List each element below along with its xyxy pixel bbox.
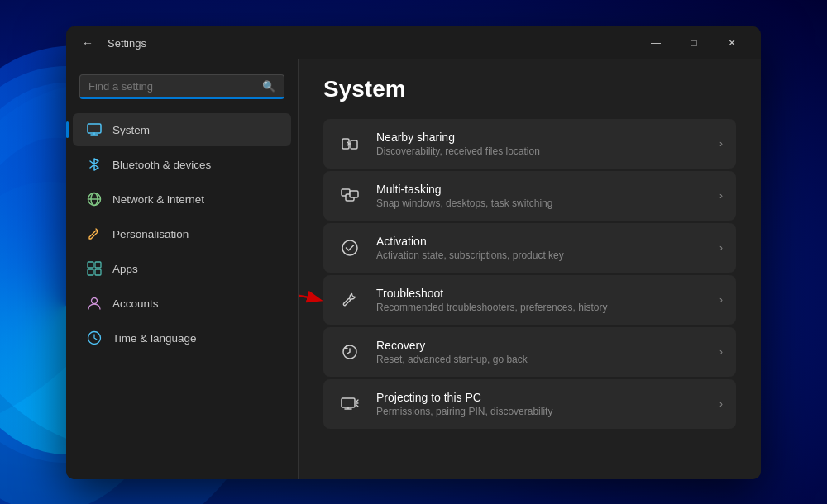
accounts-icon	[86, 295, 103, 311]
activation-icon	[337, 235, 363, 261]
sidebar-item-accounts[interactable]: Accounts	[73, 287, 291, 320]
sidebar-item-system[interactable]: System	[73, 113, 291, 146]
svg-point-17	[342, 240, 357, 255]
activation-desc: Activation state, subscriptions, product…	[376, 250, 706, 261]
nearby-sharing-chevron: ›	[719, 138, 723, 150]
svg-rect-8	[88, 269, 93, 275]
personalisation-icon	[86, 226, 103, 242]
sidebar-item-apps[interactable]: Apps	[73, 252, 291, 285]
sidebar-item-time[interactable]: Time & language	[73, 321, 291, 354]
projecting-icon	[337, 391, 363, 417]
troubleshoot-desc: Recommended troubleshooters, preferences…	[376, 302, 706, 313]
multitasking-title: Multi-tasking	[376, 183, 706, 196]
close-button[interactable]: ✕	[713, 30, 751, 56]
multitasking-chevron: ›	[719, 190, 723, 202]
svg-rect-7	[95, 262, 101, 268]
settings-item-activation[interactable]: Activation Activation state, subscriptio…	[323, 223, 736, 273]
minimize-button[interactable]: —	[637, 30, 675, 56]
activation-chevron: ›	[719, 242, 723, 254]
projecting-chevron: ›	[719, 398, 723, 410]
search-icon: 🔍	[262, 80, 275, 93]
network-icon	[86, 191, 103, 207]
sidebar: 🔍 System Bluetooth	[66, 59, 298, 479]
sidebar-item-network[interactable]: Network & internet	[73, 183, 291, 216]
sidebar-label-bluetooth: Bluetooth & devices	[112, 159, 211, 171]
sidebar-label-system: System	[112, 124, 150, 136]
recovery-text: Recovery Reset, advanced start-up, go ba…	[376, 339, 706, 365]
title-bar-left: ← Settings	[76, 31, 146, 55]
title-bar-controls: — □ ✕	[637, 30, 751, 56]
svg-rect-13	[351, 140, 357, 149]
sidebar-label-time: Time & language	[112, 332, 197, 345]
svg-rect-16	[350, 191, 358, 197]
multitasking-icon	[337, 183, 363, 209]
troubleshoot-icon	[337, 287, 363, 313]
recovery-chevron: ›	[719, 346, 723, 358]
svg-rect-3	[88, 124, 101, 133]
recovery-desc: Reset, advanced start-up, go back	[376, 354, 706, 365]
activation-text: Activation Activation state, subscriptio…	[376, 235, 706, 261]
multitasking-desc: Snap windows, desktops, task switching	[376, 197, 706, 209]
time-icon	[86, 330, 103, 346]
title-bar: ← Settings — □ ✕	[66, 26, 761, 59]
svg-point-10	[92, 298, 98, 304]
svg-rect-12	[342, 139, 349, 149]
settings-item-troubleshoot[interactable]: Troubleshoot Recommended troubleshooters…	[323, 275, 736, 325]
apps-icon	[86, 260, 103, 277]
back-button[interactable]: ←	[76, 31, 99, 55]
sidebar-label-personalisation: Personalisation	[112, 228, 189, 240]
projecting-desc: Permissions, pairing PIN, discoverabilit…	[376, 406, 706, 417]
settings-item-nearby-sharing[interactable]: Nearby sharing Discoverability, received…	[323, 119, 736, 169]
content-area: System Nearby sharing Discoverability, r…	[299, 59, 761, 479]
activation-title: Activation	[376, 235, 706, 248]
main-content: 🔍 System Bluetooth	[66, 59, 761, 479]
settings-item-projecting[interactable]: Projecting to this PC Permissions, pairi…	[323, 379, 736, 429]
projecting-text: Projecting to this PC Permissions, pairi…	[376, 391, 706, 417]
maximize-button[interactable]: □	[675, 30, 713, 56]
troubleshoot-title: Troubleshoot	[376, 287, 706, 300]
nearby-sharing-desc: Discoverability, received files location	[376, 145, 706, 157]
search-input[interactable]	[88, 80, 256, 93]
svg-rect-9	[95, 269, 101, 275]
projecting-title: Projecting to this PC	[376, 391, 706, 404]
troubleshoot-text: Troubleshoot Recommended troubleshooters…	[376, 287, 706, 313]
system-icon	[86, 121, 103, 138]
page-title: System	[323, 76, 736, 102]
recovery-icon	[337, 339, 363, 365]
search-container: 🔍	[66, 68, 298, 112]
sidebar-label-accounts: Accounts	[112, 297, 159, 310]
settings-item-multitasking[interactable]: Multi-tasking Snap windows, desktops, ta…	[323, 171, 736, 221]
recovery-title: Recovery	[376, 339, 706, 352]
svg-rect-6	[88, 262, 93, 268]
troubleshoot-chevron: ›	[719, 294, 723, 306]
sidebar-item-bluetooth[interactable]: Bluetooth & devices	[73, 148, 291, 181]
search-box[interactable]: 🔍	[79, 74, 284, 99]
settings-window: ← Settings — □ ✕ 🔍	[66, 26, 761, 479]
sidebar-label-apps: Apps	[112, 263, 138, 275]
window-title: Settings	[108, 37, 146, 50]
sidebar-label-network: Network & internet	[112, 193, 204, 206]
multitasking-text: Multi-tasking Snap windows, desktops, ta…	[376, 183, 706, 209]
bluetooth-icon	[86, 156, 103, 173]
svg-rect-19	[342, 398, 355, 407]
settings-item-recovery[interactable]: Recovery Reset, advanced start-up, go ba…	[323, 327, 736, 377]
nearby-sharing-text: Nearby sharing Discoverability, received…	[376, 131, 706, 157]
nearby-sharing-icon	[337, 131, 363, 157]
settings-list: Nearby sharing Discoverability, received…	[323, 119, 736, 429]
nearby-sharing-title: Nearby sharing	[376, 131, 706, 144]
sidebar-item-personalisation[interactable]: Personalisation	[73, 217, 291, 250]
